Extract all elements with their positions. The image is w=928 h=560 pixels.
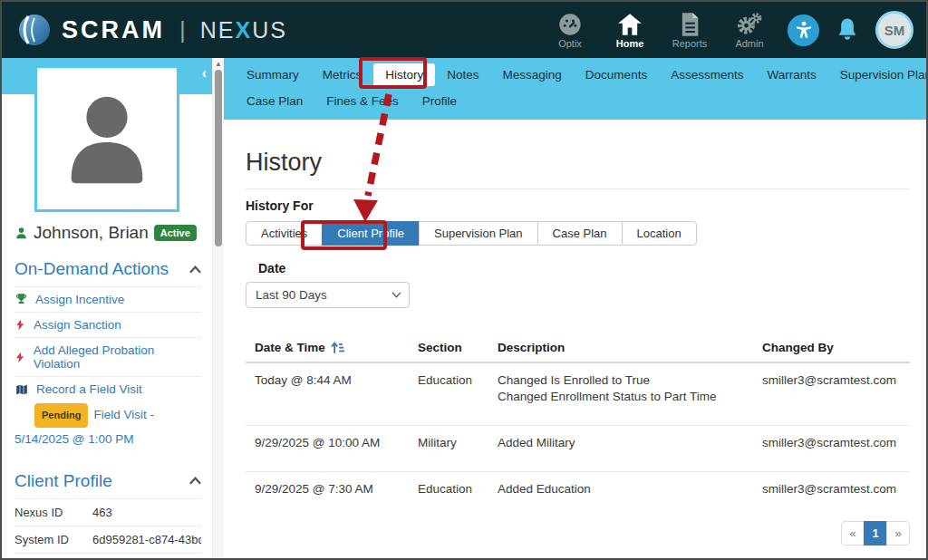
title-divider bbox=[246, 188, 910, 189]
accessibility-button[interactable] bbox=[788, 14, 819, 46]
table-row: 9/29/2025 @ 10:00 AM Military Added Mili… bbox=[246, 425, 910, 471]
pagination-next-button[interactable]: » bbox=[886, 521, 910, 546]
history-for-tab-client-profile[interactable]: Client Profile bbox=[322, 221, 420, 246]
pending-badge: Pending bbox=[34, 403, 88, 428]
tab-messaging[interactable]: Messaging bbox=[491, 63, 574, 86]
table-header-row: Date & Time Section Description Chan bbox=[246, 335, 910, 363]
section-title: On-Demand Actions bbox=[14, 259, 169, 279]
app-header: SCRAM | NEXUS Optix Home bbox=[2, 2, 926, 58]
action-label: Record a Field Visit bbox=[36, 382, 142, 396]
chevron-up-icon bbox=[189, 266, 201, 274]
sidebar-scrollbar: ▲ bbox=[212, 58, 224, 558]
scram-nexus-window: SCRAM | NEXUS Optix Home bbox=[0, 0, 928, 560]
chevron-up-icon bbox=[189, 477, 201, 485]
accessibility-icon bbox=[794, 20, 814, 40]
nav-item-admin[interactable]: Admin bbox=[730, 12, 769, 49]
pagination-prev-button[interactable]: « bbox=[841, 521, 865, 546]
nav-item-reports[interactable]: Reports bbox=[670, 12, 710, 49]
home-icon bbox=[617, 12, 643, 37]
sidebar-collapse-button[interactable]: ‹ bbox=[202, 66, 207, 81]
pagination-page-1-button[interactable]: 1 bbox=[864, 521, 887, 546]
client-photo-placeholder bbox=[34, 65, 179, 212]
status-badge: Active bbox=[154, 225, 197, 241]
on-demand-actions-header[interactable]: On-Demand Actions bbox=[14, 259, 201, 279]
product-text: NEXUS bbox=[200, 17, 287, 43]
sort-ascending-icon bbox=[331, 342, 344, 354]
tab-profile[interactable]: Profile bbox=[411, 90, 469, 112]
trophy-icon bbox=[14, 293, 28, 306]
bolt-icon bbox=[14, 318, 26, 332]
nav-item-home[interactable]: Home bbox=[610, 12, 650, 49]
profile-row-system-id: System ID 6d959281-c874-43bd-9... bbox=[14, 526, 201, 553]
tab-metrics[interactable]: Metrics bbox=[311, 63, 374, 86]
column-description: Description bbox=[498, 335, 762, 362]
gears-icon bbox=[737, 12, 762, 37]
person-silhouette-icon bbox=[53, 83, 160, 194]
action-record-field-visit[interactable]: Record a Field Visit bbox=[14, 376, 201, 401]
client-name-row: Johnson, Brian Active bbox=[2, 212, 212, 243]
column-changed-by: Changed By bbox=[762, 335, 910, 362]
tab-supervision-plan[interactable]: Supervision Plan bbox=[828, 63, 928, 86]
nav-item-optix[interactable]: Optix bbox=[550, 12, 590, 49]
profile-row-date-of-birth: Date of Birth Jan. 01, 1997 bbox=[14, 553, 201, 558]
client-sidebar: ‹ Johnson, Brian Active On-Demand Action… bbox=[2, 58, 212, 558]
report-icon bbox=[677, 12, 702, 37]
tab-warrants[interactable]: Warrants bbox=[755, 63, 827, 86]
column-section: Section bbox=[418, 335, 498, 362]
map-icon bbox=[14, 383, 29, 396]
tab-history[interactable]: History bbox=[373, 63, 435, 86]
client-profile-header[interactable]: Client Profile bbox=[14, 471, 201, 491]
tab-fines-fees[interactable]: Fines & Fees bbox=[314, 90, 411, 112]
header-right-cluster: SM bbox=[788, 11, 914, 49]
page-title: History bbox=[246, 149, 910, 177]
history-for-tab-case-plan[interactable]: Case Plan bbox=[537, 221, 623, 246]
user-avatar[interactable]: SM bbox=[875, 11, 914, 49]
header-nav: Optix Home Reports bbox=[550, 12, 769, 49]
action-assign-sanction[interactable]: Assign Sanction bbox=[14, 312, 201, 337]
scrollbar-thumb[interactable] bbox=[215, 70, 222, 246]
tabbar-row-1: Summary Metrics History Notes Messaging … bbox=[235, 63, 926, 86]
table-row: 9/29/2025 @ 7:30 AM Education Added Educ… bbox=[246, 471, 910, 517]
tab-case-plan[interactable]: Case Plan bbox=[235, 90, 314, 112]
client-name: Johnson, Brian bbox=[34, 223, 149, 243]
bolt-icon bbox=[14, 351, 26, 364]
client-person-icon bbox=[14, 227, 28, 240]
action-label: Assign Incentive bbox=[35, 293, 124, 306]
scrollbar-up-arrow[interactable]: ▲ bbox=[213, 60, 224, 68]
section-title: Client Profile bbox=[14, 471, 112, 491]
gauge-icon bbox=[557, 12, 583, 37]
tabbar-row-2: Case Plan Fines & Fees Profile bbox=[235, 90, 926, 112]
on-demand-actions-section: On-Demand Actions Assign Incentive bbox=[2, 259, 212, 455]
history-for-tab-group: Activities Client Profile Supervision Pl… bbox=[246, 221, 697, 246]
client-profile-section: Client Profile Nexus ID 463 System ID 6d… bbox=[2, 471, 212, 558]
avatar-initials: SM bbox=[884, 23, 905, 38]
brand-text: SCRAM bbox=[62, 16, 165, 44]
logo-separator: | bbox=[179, 16, 186, 44]
tab-assessments[interactable]: Assessments bbox=[659, 63, 755, 86]
tab-documents[interactable]: Documents bbox=[574, 63, 659, 86]
scram-nexus-logo: SCRAM | NEXUS bbox=[16, 12, 287, 48]
date-filter-label: Date bbox=[246, 261, 910, 275]
column-date-time[interactable]: Date & Time bbox=[246, 335, 418, 362]
history-table: Date & Time Section Description Chan bbox=[246, 335, 910, 517]
action-label: Add Alleged Probation Violation bbox=[34, 343, 201, 371]
history-for-tab-supervision-plan[interactable]: Supervision Plan bbox=[419, 221, 538, 246]
client-tabbar: Summary Metrics History Notes Messaging … bbox=[224, 58, 926, 120]
date-filter-wrap: Last 90 Days bbox=[246, 282, 410, 308]
history-content: History History For Activities Client Pr… bbox=[224, 120, 926, 558]
profile-row-nexus-id: Nexus ID 463 bbox=[14, 498, 201, 526]
action-label: Assign Sanction bbox=[34, 318, 121, 332]
table-row: Today @ 8:44 AM Education Changed Is Enr… bbox=[246, 363, 910, 425]
tab-notes[interactable]: Notes bbox=[435, 63, 490, 86]
action-assign-incentive[interactable]: Assign Incentive bbox=[14, 286, 201, 312]
scram-logo-icon bbox=[16, 12, 53, 48]
pending-field-visit-link[interactable]: PendingField Visit - 5/14/2025 @ 1:00 PM bbox=[14, 401, 201, 455]
history-for-tab-location[interactable]: Location bbox=[622, 221, 697, 246]
bell-icon[interactable] bbox=[834, 15, 861, 44]
history-for-tab-activities[interactable]: Activities bbox=[246, 221, 323, 246]
history-for-label: History For bbox=[246, 198, 910, 213]
tab-summary[interactable]: Summary bbox=[235, 63, 311, 86]
date-filter-select[interactable]: Last 90 Days bbox=[246, 282, 410, 308]
action-add-alleged-probation-violation[interactable]: Add Alleged Probation Violation bbox=[14, 337, 201, 376]
pagination: « 1 » bbox=[246, 521, 910, 555]
